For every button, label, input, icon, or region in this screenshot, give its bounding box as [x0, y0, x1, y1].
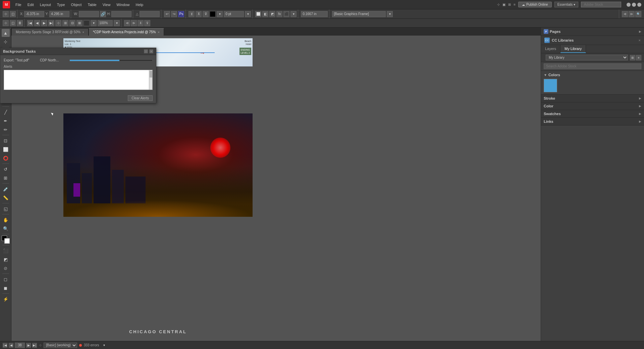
measure-tool[interactable]: 📏	[2, 194, 10, 202]
apply-gradient[interactable]: ◩	[2, 255, 10, 263]
opacity-chevron[interactable]: ▾	[114, 20, 120, 26]
free-transform[interactable]: ⊞	[2, 174, 10, 182]
scale-icon[interactable]: ⊽	[144, 20, 150, 26]
errors-chevron[interactable]: ▾	[101, 342, 107, 348]
nav-icon-6[interactable]: ⊞	[62, 20, 68, 26]
zoom-tool[interactable]: 🔍	[2, 225, 10, 233]
close-button[interactable]	[637, 3, 641, 7]
stroke-icon[interactable]: ⊻	[189, 11, 195, 17]
stroke-panel-header[interactable]: Stroke ▶	[541, 95, 644, 102]
frame-type-input[interactable]	[332, 11, 386, 17]
normal-mode[interactable]: ◻	[2, 275, 10, 283]
angle-input[interactable]	[140, 11, 160, 17]
stroke-icon-2[interactable]: ⊼	[196, 11, 202, 17]
align2-icon-2[interactable]: ⊳	[131, 20, 137, 26]
clear-alerts-button[interactable]: Clear Alerts	[128, 95, 153, 101]
alerts-scrollbar[interactable]	[149, 70, 152, 90]
menu-window[interactable]: Window	[114, 2, 132, 7]
selection-tool[interactable]: ▲	[2, 29, 10, 37]
hand-tool[interactable]: ✋	[2, 216, 10, 224]
toolbar-icon-4[interactable]: ≡	[514, 3, 516, 6]
align2-icon-1[interactable]: ⊲	[124, 20, 130, 26]
nav-first-page[interactable]: |◀	[3, 343, 7, 348]
apply-color[interactable]: ⬛	[2, 247, 10, 255]
dialog-minimize-btn[interactable]: -	[144, 49, 148, 53]
nav-icon-7[interactable]: ⊟	[69, 20, 75, 26]
line-tool[interactable]: ╱	[2, 108, 10, 116]
nav-next-icon[interactable]: ▶	[41, 20, 47, 26]
publish-online-button[interactable]: ☁ Publish Online	[518, 2, 551, 7]
menu-help[interactable]: Help	[133, 2, 146, 7]
nav-prev-page[interactable]: ◀	[9, 343, 13, 348]
color-panel-header[interactable]: Color ▶	[541, 102, 644, 110]
color-swatch-blue[interactable]	[544, 79, 557, 92]
fill-stroke-tool[interactable]	[2, 236, 10, 244]
menu-table[interactable]: Table	[85, 2, 99, 7]
library-dropdown[interactable]: My Library	[546, 55, 628, 60]
h-input[interactable]	[111, 11, 131, 17]
cc-libraries-close[interactable]: ×	[639, 38, 641, 42]
menu-object[interactable]: Object	[68, 2, 85, 7]
effect-icon-3[interactable]: ◩	[269, 11, 275, 17]
nav-icon-8[interactable]: ⊠	[76, 20, 83, 26]
stock-search-input[interactable]	[581, 2, 621, 7]
menu-edit[interactable]: Edit	[25, 2, 37, 7]
stroke-swatch-chevron[interactable]: ▾	[91, 20, 97, 26]
working-state-dropdown[interactable]: [Basic] (working)	[44, 343, 77, 348]
essentials-dropdown[interactable]: Essentials ▾	[554, 2, 578, 7]
effect-icon-5[interactable]: ⬛	[283, 11, 289, 17]
stroke-swatch[interactable]	[84, 20, 90, 26]
my-library-tab[interactable]: My Library	[560, 45, 586, 53]
undo-icon[interactable]: ↩	[164, 11, 170, 17]
tab-cdp-close[interactable]: ×	[158, 31, 159, 34]
toolbar-icon-3[interactable]: ⊞	[508, 3, 511, 6]
transform-tool[interactable]: ↺	[2, 165, 10, 173]
stroke-icon-3[interactable]: ⊽	[203, 11, 209, 17]
effect-icon-2[interactable]: ◧	[262, 11, 268, 17]
x-input[interactable]	[24, 11, 44, 17]
tab-cdp[interactable]: *CDP North America Projects.indd @ 75% ×	[89, 28, 164, 36]
constrain-icon[interactable]: 🔗	[100, 11, 106, 17]
tab-monterrey[interactable]: Monterrey Sports Stage 3 RFP.indd @ 50% …	[11, 28, 89, 36]
menu-view[interactable]: View	[100, 2, 113, 7]
transform-icon[interactable]: ⊹	[3, 11, 9, 17]
dimension-input[interactable]	[301, 11, 328, 17]
swatches-panel-header[interactable]: Swatches ▶	[541, 110, 644, 118]
menu-file[interactable]: File	[13, 2, 24, 7]
maximize-button[interactable]	[632, 3, 636, 7]
pen-tool[interactable]: ✒	[2, 117, 10, 125]
library-search-input[interactable]	[544, 63, 641, 69]
links-panel-header[interactable]: Links ▶	[541, 118, 644, 126]
stroke-input[interactable]	[224, 11, 244, 17]
fill-swatch[interactable]	[210, 11, 216, 17]
rectangle-tool[interactable]: ⬜	[2, 145, 10, 153]
layers-tab[interactable]: Layers	[541, 45, 560, 53]
tab-monterrey-close[interactable]: ×	[83, 31, 84, 34]
pencil-tool[interactable]: ✏	[2, 126, 10, 134]
effect-icon-4[interactable]: fx	[276, 11, 282, 17]
grid-view-btn[interactable]: ⊞	[630, 55, 635, 60]
spread-icon[interactable]: ⊼	[138, 20, 144, 26]
w-input[interactable]	[79, 11, 99, 17]
current-page-input[interactable]	[15, 343, 25, 348]
ps-icon[interactable]: Ps	[178, 11, 184, 17]
pages-panel-header[interactable]: P Pages ▶	[541, 28, 644, 36]
align-left-icon[interactable]: ⊲	[622, 11, 628, 17]
toolbar-icon-1[interactable]: ⊹	[497, 3, 500, 6]
redo-icon[interactable]: ↪	[171, 11, 177, 17]
frame-mode[interactable]: ◼	[2, 284, 10, 292]
transform2-icon-3[interactable]: ≣	[17, 20, 23, 26]
transform2-icon-2[interactable]: ◫	[10, 20, 16, 26]
nav-next-page[interactable]: ▶	[26, 343, 31, 348]
direct-select-tool[interactable]: ⊹	[2, 38, 10, 46]
toolbar-icon-2[interactable]: ▣	[502, 3, 505, 6]
eyedropper-tool[interactable]: 💉	[2, 185, 10, 193]
transform2-icon-1[interactable]: ⊹	[3, 20, 9, 26]
dialog-close-btn[interactable]: ×	[149, 49, 153, 53]
lightning-btn[interactable]: ⚡	[2, 295, 10, 303]
swatch-menu[interactable]: ▾	[217, 11, 223, 17]
menu-layout[interactable]: Layout	[37, 2, 54, 7]
zoom-icon[interactable]: 🔍	[635, 11, 641, 17]
effect-icon-1[interactable]: ⬜	[255, 11, 261, 17]
apply-none[interactable]: ⊘	[2, 264, 10, 272]
